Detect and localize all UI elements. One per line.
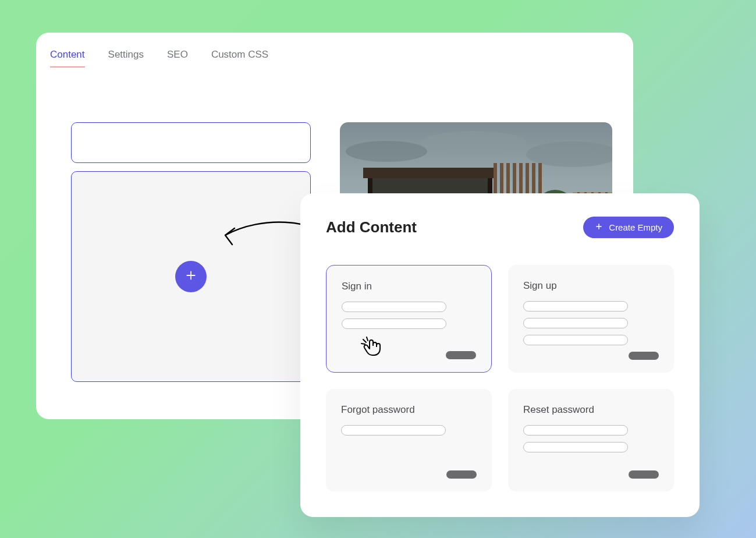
plus-icon: [184, 269, 197, 284]
submit-placeholder: [629, 470, 659, 479]
template-card-forgot-password[interactable]: Forgot password: [326, 389, 492, 491]
svg-point-2: [421, 131, 526, 154]
template-card-title: Reset password: [523, 404, 659, 416]
create-empty-label: Create Empty: [609, 222, 662, 232]
field-placeholder: [342, 302, 446, 312]
create-empty-button[interactable]: Create Empty: [583, 217, 674, 238]
tab-bar: Content Settings SEO Custom CSS: [36, 33, 633, 68]
svg-point-1: [346, 141, 427, 162]
template-card-title: Sign in: [342, 281, 476, 292]
svg-line-51: [367, 337, 368, 341]
add-content-button[interactable]: [175, 261, 207, 292]
svg-rect-4: [363, 168, 497, 178]
tab-custom-css[interactable]: Custom CSS: [211, 49, 268, 68]
template-grid: Sign in Sign up For: [326, 265, 674, 491]
tab-settings[interactable]: Settings: [108, 49, 144, 68]
modal-title: Add Content: [326, 218, 417, 236]
svg-line-52: [361, 344, 365, 344]
field-placeholder: [342, 318, 446, 329]
add-content-modal: Add Content Create Empty Sign in: [300, 193, 700, 517]
field-placeholder: [523, 425, 628, 436]
submit-placeholder: [446, 470, 477, 479]
pointer-cursor-icon: [360, 336, 386, 362]
field-placeholder: [523, 301, 628, 312]
modal-header: Add Content Create Empty: [326, 217, 674, 238]
submit-placeholder: [629, 352, 659, 360]
template-card-title: Sign up: [523, 280, 659, 292]
content-column: [71, 122, 311, 382]
content-slot-empty[interactable]: [71, 122, 311, 163]
svg-line-50: [363, 339, 366, 342]
field-placeholder: [523, 335, 628, 345]
template-card-title: Forgot password: [341, 404, 477, 416]
template-card-reset-password[interactable]: Reset password: [508, 389, 674, 491]
tab-content[interactable]: Content: [50, 49, 85, 68]
content-dropzone[interactable]: [71, 171, 311, 382]
field-placeholder: [523, 442, 628, 452]
submit-placeholder: [446, 351, 476, 359]
template-card-sign-in[interactable]: Sign in: [326, 265, 492, 373]
tab-seo[interactable]: SEO: [167, 49, 188, 68]
field-placeholder: [523, 318, 628, 328]
plus-icon: [595, 222, 603, 232]
field-placeholder: [341, 425, 446, 436]
template-card-sign-up[interactable]: Sign up: [508, 265, 674, 373]
